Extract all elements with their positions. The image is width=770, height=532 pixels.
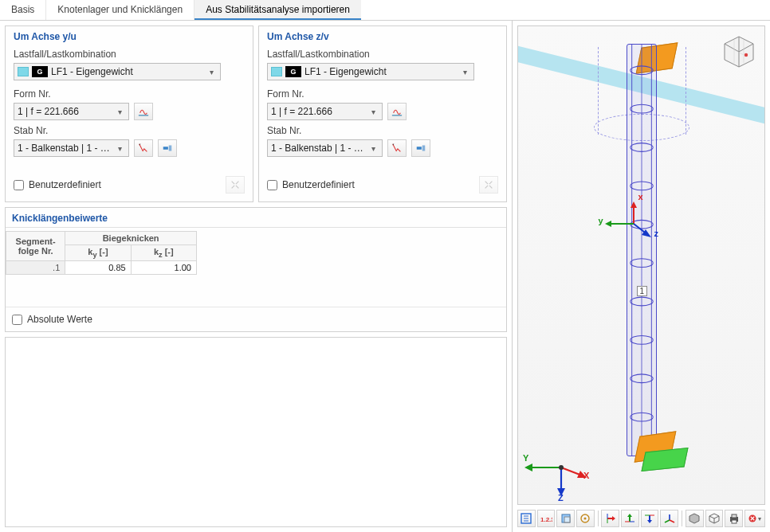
- show-mode-shape-button[interactable]: [134, 103, 153, 120]
- viewtool-print[interactable]: [725, 510, 743, 527]
- svg-rect-68: [732, 514, 737, 518]
- chevron-down-icon: ▾: [459, 68, 470, 76]
- panel-axis-y: Um Achse y/u Lastfall/Lastkombination G …: [5, 25, 253, 202]
- combo-form-z[interactable]: 1 | f = 221.666 ▾: [267, 103, 383, 120]
- pick-member-button[interactable]: [134, 139, 153, 157]
- cell-kz[interactable]: 1.00: [131, 261, 196, 275]
- svg-point-40: [559, 465, 564, 470]
- local-axes-icon: [602, 200, 666, 248]
- svg-line-60: [665, 520, 670, 522]
- global-y-label: Y: [523, 453, 528, 463]
- svg-line-61: [670, 520, 674, 522]
- expand-button-z: [479, 176, 498, 194]
- chevron-down-icon: ▾: [114, 108, 125, 116]
- svg-rect-69: [732, 520, 737, 523]
- col-segment: Segment-: [16, 237, 56, 246]
- viewtool-numbering[interactable]: 1.2.3: [537, 510, 556, 527]
- buckling-vline: [686, 47, 686, 135]
- viewtool-view-x[interactable]: [601, 510, 619, 527]
- node-number-label: 1: [637, 286, 648, 296]
- panel-title: Um Achse z/v: [267, 31, 498, 42]
- svg-line-64: [709, 516, 714, 518]
- checkbox-label: Benutzerdefiniert: [282, 179, 355, 190]
- chevron-down-icon: ▾: [206, 68, 217, 76]
- checkbox-label: Benutzerdefiniert: [29, 179, 101, 190]
- tab-knotenlager[interactable]: Knotenlager und Knicklängen: [46, 0, 194, 20]
- label-form: Form Nr.: [267, 88, 498, 100]
- cell-ky[interactable]: 0.85: [65, 261, 131, 275]
- view-cube[interactable]: [721, 34, 756, 69]
- chevron-down-icon: ▾: [367, 108, 379, 116]
- tab-basis[interactable]: Basis: [0, 0, 46, 20]
- buckling-vline: [598, 47, 599, 135]
- checkbox-user-defined-z[interactable]: Benutzerdefiniert: [267, 179, 355, 190]
- viewtool-display-settings[interactable]: [517, 510, 536, 527]
- viewtool-transparency[interactable]: [556, 510, 575, 527]
- panel-knicklaengen: Knicklängenbeiwerte Segment- folge Nr. B…: [5, 207, 507, 332]
- combo-text: LF1 - Eigengewicht: [51, 66, 202, 77]
- chevron-down-icon: ▾: [367, 144, 379, 153]
- combo-stab-y[interactable]: 1 - Balkenstab | 1 - K... ▾: [14, 139, 129, 157]
- combo-lastfall-z[interactable]: G LF1 - Eigengewicht ▾: [267, 63, 474, 80]
- member-info-button[interactable]: [158, 139, 177, 157]
- svg-text:1.2.3: 1.2.3: [540, 516, 552, 523]
- viewtool-solid[interactable]: [686, 510, 704, 527]
- combo-form-y[interactable]: 1 | f = 221.666 ▾: [14, 103, 129, 120]
- member-info-button[interactable]: [411, 139, 430, 157]
- checkbox-input[interactable]: [12, 315, 22, 325]
- svg-line-65: [714, 516, 719, 518]
- panel-axis-z: Um Achse z/v Lastfall/Lastkombination G …: [258, 25, 507, 202]
- svg-marker-52: [627, 514, 632, 517]
- svg-marker-56: [647, 520, 652, 523]
- 3d-view-panel: x y z 1 Y X Z: [512, 21, 770, 532]
- cell-segment: .1: [6, 261, 65, 275]
- label-stab: Stab Nr.: [267, 125, 498, 136]
- panel-title: Knicklängenbeiwerte: [6, 208, 506, 228]
- chevron-down-icon: ▾: [114, 144, 125, 153]
- svg-marker-35: [524, 464, 532, 471]
- separator: [598, 510, 599, 526]
- viewtool-view-y[interactable]: [621, 510, 639, 527]
- show-mode-shape-button[interactable]: [387, 103, 407, 120]
- combo-stab-z[interactable]: 1 - Balkenstab | 1 - K... ▾: [267, 139, 383, 157]
- combo-lastfall-y[interactable]: G LF1 - Eigengewicht ▾: [14, 63, 221, 80]
- col-ky: ky [-]: [65, 245, 131, 261]
- checkbox-user-defined-y[interactable]: Benutzerdefiniert: [14, 179, 101, 190]
- svg-rect-4: [417, 147, 422, 150]
- checkbox-input[interactable]: [14, 180, 24, 190]
- svg-rect-1: [163, 147, 168, 150]
- tab-stability-import[interactable]: Aus Stabilitätsanalyse importieren: [194, 0, 361, 20]
- svg-rect-44: [564, 517, 570, 522]
- viewtool-view-iso[interactable]: [660, 510, 678, 527]
- combo-text: 1 - Balkenstab | 1 - K...: [18, 143, 111, 154]
- comment-box[interactable]: [5, 337, 507, 527]
- global-z-label: Z: [558, 493, 564, 503]
- svg-rect-0: [139, 115, 148, 115]
- col-segment2: folge Nr.: [18, 246, 53, 256]
- checkbox-input[interactable]: [267, 180, 277, 190]
- combo-text: 1 | f = 221.666: [18, 106, 111, 117]
- 3d-viewport[interactable]: x y z 1 Y X Z: [517, 25, 765, 505]
- svg-rect-3: [392, 115, 402, 115]
- label-form: Form Nr.: [14, 88, 245, 100]
- svg-marker-62: [689, 514, 699, 523]
- column-member[interactable]: [627, 44, 657, 456]
- svg-point-46: [584, 518, 587, 520]
- combo-text: 1 | f = 221.666: [271, 106, 364, 117]
- svg-rect-5: [422, 146, 426, 151]
- checkbox-absolute-werte[interactable]: Absolute Werte: [12, 314, 500, 325]
- table-knick: Segment- folge Nr. Biegeknicken ky [-] k…: [6, 231, 197, 275]
- col-biegeknicken: Biegeknicken: [65, 232, 197, 245]
- label-lastfall: Lastfall/Lastkombination: [14, 49, 245, 60]
- viewtool-view-z[interactable]: [641, 510, 659, 527]
- pick-member-button[interactable]: [387, 139, 407, 157]
- loadcase-type-badge: G: [285, 66, 301, 77]
- viewtool-show-results[interactable]: [576, 510, 595, 527]
- checkbox-label: Absolute Werte: [27, 314, 92, 325]
- global-axes-icon: [523, 436, 595, 499]
- viewtool-wire[interactable]: [705, 510, 724, 527]
- table-row[interactable]: .1 0.85 1.00: [6, 261, 197, 275]
- separator: [682, 510, 682, 526]
- viewtool-close[interactable]: ▾: [744, 510, 765, 527]
- combo-text: 1 - Balkenstab | 1 - K...: [271, 143, 364, 154]
